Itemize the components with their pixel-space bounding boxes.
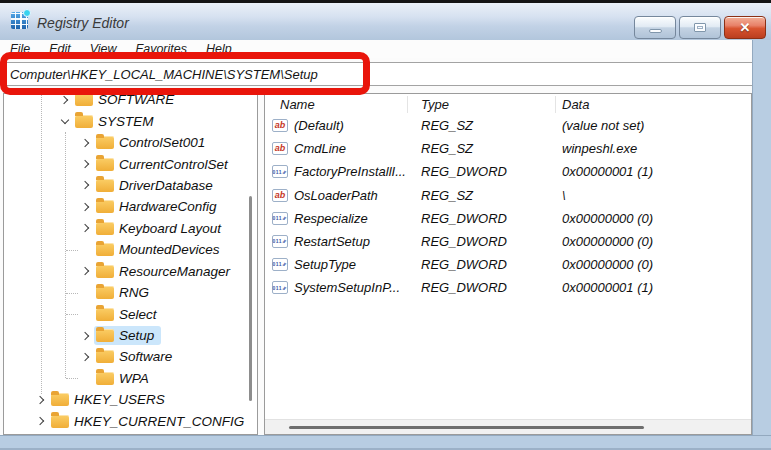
chevron-right-icon[interactable] — [57, 93, 73, 108]
screen-top-edge — [0, 0, 771, 3]
tree-item-mounteddevices[interactable]: MountedDevices — [4, 239, 257, 260]
maximize-icon — [694, 23, 706, 32]
horizontal-scrollbar-track[interactable] — [265, 419, 751, 434]
close-button[interactable]: ✕ — [724, 16, 766, 39]
registry-value-row[interactable]: OsLoaderPath REG_SZ \ — [265, 184, 751, 207]
value-data: 0x00000001 (1) — [562, 164, 751, 179]
value-name: RestartSetup — [294, 234, 421, 249]
registry-value-row[interactable]: Respecialize REG_DWORD 0x00000000 (0) — [265, 207, 751, 230]
chevron-right-icon[interactable] — [33, 392, 49, 408]
folder-icon — [75, 115, 93, 128]
horizontal-scrollbar-thumb[interactable] — [289, 426, 644, 429]
list-header: Name Type Data — [265, 94, 751, 114]
registry-values-pane: Name Type Data (Default) REG_SZ (value n… — [264, 93, 752, 435]
folder-icon — [51, 415, 69, 428]
folder-icon — [96, 222, 114, 235]
folder-icon — [75, 93, 93, 106]
address-bar-input[interactable] — [2, 62, 753, 86]
tree-item-controlset001[interactable]: ControlSet001 — [4, 132, 257, 153]
tree-item-label: Select — [119, 307, 157, 322]
tree-item-resourcemanager[interactable]: ResourceManager — [4, 261, 257, 282]
chevron-right-icon[interactable] — [78, 220, 94, 236]
value-type: REG_DWORD — [421, 164, 562, 179]
tree-item-rng[interactable]: RNG — [4, 282, 257, 303]
tree-item-label: Keyboard Layout — [119, 221, 221, 236]
value-name: FactoryPreInstallI... — [294, 164, 421, 179]
tree-item-setup[interactable]: Setup — [4, 325, 257, 346]
menu-view[interactable]: View — [90, 42, 117, 56]
tree-item-hardwareconfig[interactable]: HardwareConfig — [4, 196, 257, 217]
folder-icon — [96, 350, 114, 363]
folder-icon — [96, 372, 114, 385]
tree-item-wpa[interactable]: WPA — [4, 368, 257, 389]
value-type: REG_DWORD — [421, 257, 562, 272]
value-data: 0x00000001 (1) — [562, 280, 751, 295]
registry-value-row[interactable]: FactoryPreInstallI... REG_DWORD 0x000000… — [265, 160, 751, 183]
tree-item-system[interactable]: SYSTEM — [4, 110, 257, 131]
registry-value-row[interactable]: RestartSetup REG_DWORD 0x00000000 (0) — [265, 230, 751, 253]
string-value-icon — [272, 189, 288, 202]
value-type: REG_DWORD — [421, 211, 562, 226]
tree-item-software-key[interactable]: Software — [4, 346, 257, 367]
registry-tree-pane: SOFTWARE SYSTEM ControlSet001 CurrentCon… — [3, 93, 258, 435]
tree-item-hkey-users[interactable]: HKEY_USERS — [4, 389, 257, 410]
column-header-name[interactable]: Name — [280, 97, 315, 112]
tree-item-driverdatabase[interactable]: DriverDatabase — [4, 175, 257, 196]
column-divider[interactable] — [407, 96, 408, 113]
value-name: SetupType — [294, 257, 421, 272]
string-value-icon — [272, 142, 288, 155]
caption-buttons: ✕ — [634, 16, 766, 39]
value-name: Respecialize — [294, 211, 421, 226]
registry-value-row[interactable]: SetupType REG_DWORD 0x00000000 (0) — [265, 253, 751, 276]
window-title: Registry Editor — [37, 15, 129, 31]
chevron-placeholder — [78, 370, 94, 386]
menu-favorites[interactable]: Favorites — [136, 42, 187, 56]
column-divider[interactable] — [555, 96, 556, 113]
chevron-right-icon[interactable] — [78, 156, 94, 172]
minimize-button[interactable] — [634, 16, 676, 39]
chevron-right-icon[interactable] — [78, 263, 94, 279]
registry-value-row[interactable]: (Default) REG_SZ (value not set) — [265, 114, 751, 137]
close-icon: ✕ — [740, 21, 751, 34]
tree-vertical-scrollbar-thumb[interactable] — [249, 196, 252, 401]
chevron-right-icon[interactable] — [78, 199, 94, 215]
tree-item-currentcontrolset[interactable]: CurrentControlSet — [4, 153, 257, 174]
tree-item-keyboard-layout[interactable]: Keyboard Layout — [4, 218, 257, 239]
menu-file[interactable]: File — [10, 42, 30, 56]
column-header-type[interactable]: Type — [421, 97, 449, 112]
titlebar: Registry Editor ✕ — [0, 3, 771, 40]
registry-tree: SOFTWARE SYSTEM ControlSet001 CurrentCon… — [4, 93, 257, 432]
dword-value-icon — [272, 258, 288, 271]
chevron-down-icon[interactable] — [57, 113, 73, 129]
value-name: SystemSetupInP... — [294, 280, 421, 295]
value-name: OsLoaderPath — [294, 188, 421, 203]
menubar: File Edit View Favorites Help — [0, 40, 755, 58]
folder-icon — [96, 308, 114, 321]
tree-item-label: HardwareConfig — [119, 199, 217, 214]
tree-item-label: ResourceManager — [119, 264, 230, 279]
tree-item-label: SYSTEM — [98, 114, 154, 129]
registry-value-row[interactable]: SystemSetupInP... REG_DWORD 0x00000001 (… — [265, 276, 751, 299]
menu-help[interactable]: Help — [206, 42, 232, 56]
value-data: \ — [562, 188, 751, 203]
tree-item-software-hive[interactable]: SOFTWARE — [4, 93, 257, 110]
folder-icon — [51, 393, 69, 406]
tree-item-label: HKEY_USERS — [74, 392, 165, 407]
column-header-data[interactable]: Data — [562, 97, 589, 112]
value-data: 0x00000000 (0) — [562, 234, 751, 249]
chevron-right-icon[interactable] — [33, 413, 49, 429]
chevron-right-icon[interactable] — [78, 349, 94, 365]
value-type: REG_DWORD — [421, 234, 562, 249]
folder-icon — [96, 329, 114, 342]
chevron-right-icon[interactable] — [78, 177, 94, 193]
tree-item-label: SOFTWARE — [98, 93, 174, 107]
tree-item-hkey-current-config[interactable]: HKEY_CURRENT_CONFIG — [4, 411, 257, 432]
menu-edit[interactable]: Edit — [49, 42, 71, 56]
chevron-right-icon[interactable] — [78, 328, 94, 344]
registry-value-row[interactable]: CmdLine REG_SZ winpeshl.exe — [265, 137, 751, 160]
maximize-button[interactable] — [679, 16, 721, 39]
tree-item-label: ControlSet001 — [119, 135, 205, 150]
chevron-right-icon[interactable] — [78, 135, 94, 151]
tree-item-select[interactable]: Select — [4, 303, 257, 324]
tree-item-label: WPA — [119, 371, 149, 386]
